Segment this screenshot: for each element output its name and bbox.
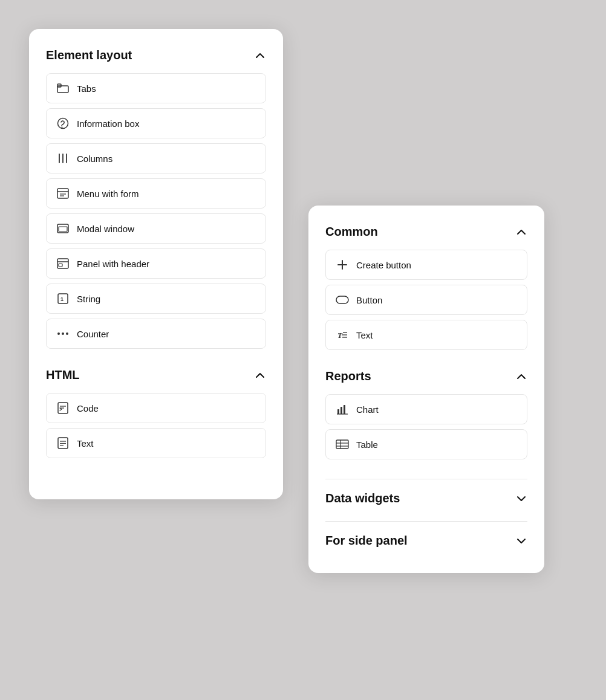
svg-rect-37: [344, 405, 345, 414]
common-section-header[interactable]: Common: [325, 225, 527, 239]
menu-form-icon: [56, 187, 70, 200]
left-card: Element layout Tabs: [29, 29, 283, 499]
columns-label: Columns: [77, 154, 112, 164]
svg-point-19: [62, 332, 64, 335]
list-item-code[interactable]: Code: [46, 393, 266, 423]
string-icon: 1: [56, 292, 70, 305]
data-widgets-chevron-icon: [515, 493, 527, 505]
chart-label: Chart: [356, 404, 379, 415]
tabs-icon: [56, 82, 70, 95]
list-item-counter[interactable]: Counter: [46, 319, 266, 349]
information-box-label: Information box: [77, 118, 139, 129]
html-title: HTML: [46, 368, 80, 382]
text-file-icon: [56, 436, 70, 450]
list-item-information-box[interactable]: Information box: [46, 108, 266, 138]
columns-icon: [56, 152, 70, 165]
tabs-label: Tabs: [77, 83, 96, 94]
modal-icon: [56, 222, 70, 235]
element-layout-title: Element layout: [46, 48, 132, 62]
svg-rect-39: [336, 440, 348, 449]
svg-rect-35: [337, 409, 339, 414]
data-widgets-section-header[interactable]: Data widgets: [325, 479, 527, 509]
list-item-text-common[interactable]: T Text: [325, 320, 527, 350]
list-item-panel-with-header[interactable]: Panel with header: [46, 248, 266, 279]
counter-icon: [56, 327, 70, 340]
html-chevron-icon: [254, 369, 266, 381]
code-icon: [56, 401, 70, 415]
common-title: Common: [325, 225, 378, 239]
element-layout-chevron-icon: [254, 50, 266, 62]
list-item-string[interactable]: 1 String: [46, 284, 266, 314]
for-side-panel-chevron-icon: [515, 535, 527, 547]
chart-icon: [336, 403, 349, 416]
element-layout-section-header[interactable]: Element layout: [46, 48, 266, 62]
button-icon: [336, 293, 349, 306]
for-side-panel-title: For side panel: [325, 534, 408, 548]
text-icon: T: [336, 328, 349, 342]
create-button-label: Create button: [356, 260, 411, 270]
button-label: Button: [356, 295, 382, 305]
info-box-icon: [56, 117, 70, 130]
reports-chevron-icon: [515, 371, 527, 383]
text-html-label: Text: [77, 438, 94, 449]
table-icon: [336, 438, 349, 451]
svg-point-2: [58, 118, 68, 129]
data-widgets-title: Data widgets: [325, 491, 400, 505]
svg-rect-12: [59, 227, 67, 232]
menu-with-form-label: Menu with form: [77, 189, 139, 199]
svg-rect-30: [336, 296, 348, 303]
for-side-panel-section-header[interactable]: For side panel: [325, 521, 527, 551]
svg-rect-36: [340, 407, 342, 414]
reports-section-header[interactable]: Reports: [325, 369, 527, 383]
modal-window-label: Modal window: [77, 224, 134, 234]
code-label: Code: [77, 403, 99, 413]
plus-icon: [336, 258, 349, 271]
list-item-modal-window[interactable]: Modal window: [46, 213, 266, 244]
html-items: Code Text: [46, 393, 266, 458]
list-item-menu-with-form[interactable]: Menu with form: [46, 178, 266, 209]
reports-items: Chart Table: [325, 394, 527, 459]
svg-rect-7: [57, 189, 68, 198]
svg-point-18: [57, 332, 60, 335]
common-items: Create button Button T Text: [325, 250, 527, 350]
string-label: String: [77, 294, 100, 304]
panel-with-header-label: Panel with header: [77, 259, 149, 269]
svg-point-3: [62, 127, 63, 128]
text-common-label: Text: [356, 330, 373, 340]
svg-rect-15: [59, 264, 62, 267]
element-layout-items: Tabs Information box Columns: [46, 73, 266, 349]
list-item-button[interactable]: Button: [325, 285, 527, 315]
table-label: Table: [356, 439, 378, 450]
svg-point-20: [66, 332, 68, 335]
svg-text:1: 1: [60, 296, 64, 302]
list-item-text[interactable]: Text: [46, 428, 266, 458]
counter-label: Counter: [77, 329, 109, 339]
list-item-create-button[interactable]: Create button: [325, 250, 527, 280]
reports-title: Reports: [325, 369, 371, 383]
panel-icon: [56, 257, 70, 270]
common-chevron-icon: [515, 226, 527, 238]
list-item-tabs[interactable]: Tabs: [46, 73, 266, 103]
list-item-chart[interactable]: Chart: [325, 394, 527, 424]
list-item-columns[interactable]: Columns: [46, 143, 266, 173]
list-item-table[interactable]: Table: [325, 429, 527, 459]
html-section-header[interactable]: HTML: [46, 368, 266, 382]
right-card: Common Create button Button: [308, 206, 544, 573]
